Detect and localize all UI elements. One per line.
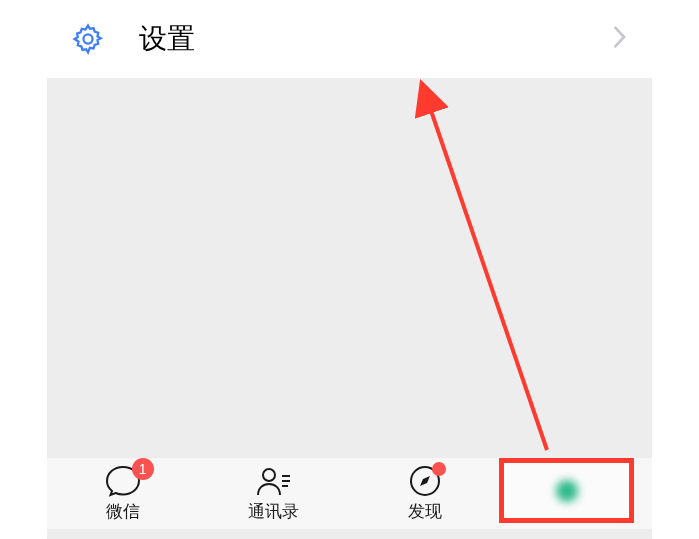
tab-wechat[interactable]: 1 微信 [47,458,198,529]
tab-discover[interactable]: 发现 [350,458,501,529]
badge-wechat: 1 [132,458,154,480]
content-area [47,78,652,458]
svg-marker-6 [420,476,430,486]
tab-me[interactable] [501,458,652,529]
svg-point-1 [263,469,275,481]
compass-icon [408,464,442,498]
gear-icon [71,22,105,56]
chat-icon: 1 [104,464,142,498]
tab-label-discover: 发现 [408,500,442,523]
chevron-right-icon [612,25,628,53]
tab-label-wechat: 微信 [106,500,140,523]
dot-discover [432,462,446,476]
svg-point-0 [83,34,92,43]
contact-icon [255,464,293,498]
tab-contacts[interactable]: 通讯录 [198,458,349,529]
tab-bar: 1 微信 通讯录 [47,458,652,529]
tab-label-contacts: 通讯录 [248,500,299,523]
settings-label: 设置 [139,20,612,58]
settings-row[interactable]: 设置 [47,0,652,78]
